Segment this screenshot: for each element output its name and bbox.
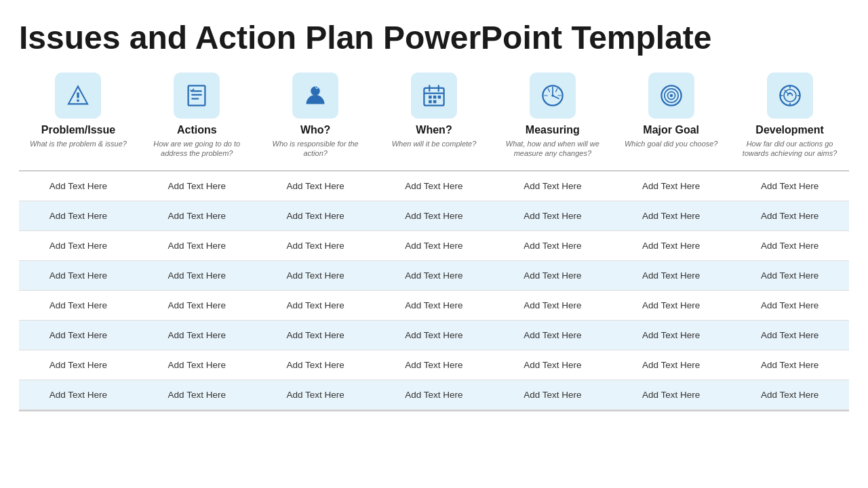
table-cell[interactable]: Add Text Here (19, 321, 138, 350)
col-header-goal: Major Goal Which goal did you choose? (612, 73, 730, 165)
table-cell[interactable]: Add Text Here (375, 321, 494, 350)
svg-point-22 (789, 92, 791, 94)
table-cell[interactable]: Add Text Here (256, 231, 375, 261)
bottom-divider (19, 410, 849, 411)
table-cell[interactable]: Add Text Here (493, 261, 612, 291)
table-cell[interactable]: Add Text Here (256, 201, 375, 231)
svg-rect-10 (433, 96, 437, 99)
table-cell[interactable]: Add Text Here (138, 231, 256, 261)
table-cell[interactable]: Add Text Here (138, 261, 256, 291)
table-cell[interactable]: Add Text Here (138, 350, 256, 380)
table-cell[interactable]: Add Text Here (612, 291, 730, 321)
svg-point-20 (780, 85, 800, 105)
table-row: Add Text HereAdd Text HereAdd Text HereA… (19, 231, 849, 261)
table-cell[interactable]: Add Text Here (138, 201, 256, 231)
svg-rect-11 (438, 96, 441, 99)
table-cell[interactable]: Add Text Here (493, 350, 612, 380)
table-cell[interactable]: Add Text Here (612, 231, 730, 261)
table-cell[interactable]: Add Text Here (612, 380, 730, 410)
table-row: Add Text HereAdd Text HereAdd Text HereA… (19, 380, 849, 410)
col-header-measuring: Measuring What, how and when will we mea… (493, 73, 612, 165)
who-icon (292, 73, 338, 119)
table-cell[interactable]: Add Text Here (138, 291, 256, 321)
table-cell[interactable]: Add Text Here (493, 380, 612, 410)
table-row: Add Text HereAdd Text HereAdd Text HereA… (19, 321, 849, 350)
table-cell[interactable]: Add Text Here (493, 171, 612, 201)
table-cell[interactable]: Add Text Here (730, 350, 849, 380)
table-cell[interactable]: Add Text Here (375, 291, 494, 321)
development-icon (767, 73, 813, 119)
table-cell[interactable]: Add Text Here (612, 321, 730, 350)
col-title-actions: Actions (177, 124, 217, 136)
svg-point-4 (311, 86, 320, 96)
col-header-problem: Problem/Issue What is the problem & issu… (19, 73, 138, 165)
table-cell[interactable]: Add Text Here (19, 171, 138, 201)
table-cell[interactable]: Add Text Here (138, 321, 256, 350)
table-cell[interactable]: Add Text Here (19, 261, 138, 291)
svg-rect-9 (429, 96, 432, 99)
table-cell[interactable]: Add Text Here (730, 291, 849, 321)
svg-rect-12 (429, 100, 432, 104)
table-cell[interactable]: Add Text Here (730, 201, 849, 231)
table-cell[interactable]: Add Text Here (612, 350, 730, 380)
data-table: Add Text HereAdd Text HereAdd Text HereA… (19, 171, 849, 410)
col-title-development: Development (755, 124, 823, 136)
table-cell[interactable]: Add Text Here (612, 171, 730, 201)
table-cell[interactable]: Add Text Here (19, 350, 138, 380)
col-title-goal: Major Goal (643, 124, 699, 136)
table-cell[interactable]: Add Text Here (493, 291, 612, 321)
table-cell[interactable]: Add Text Here (256, 291, 375, 321)
table-cell[interactable]: Add Text Here (375, 380, 494, 410)
table-cell[interactable]: Add Text Here (375, 350, 494, 380)
table-cell[interactable]: Add Text Here (730, 380, 849, 410)
col-header-when: When? When will it be complete? (375, 73, 494, 165)
col-subtitle-goal: Which goal did you choose? (625, 139, 718, 148)
table-cell[interactable]: Add Text Here (493, 201, 612, 231)
table-cell[interactable]: Add Text Here (19, 291, 138, 321)
table-cell[interactable]: Add Text Here (375, 171, 494, 201)
table-cell[interactable]: Add Text Here (256, 171, 375, 201)
table-cell[interactable]: Add Text Here (256, 321, 375, 350)
table-cell[interactable]: Add Text Here (256, 380, 375, 410)
col-subtitle-actions: How are we going to do to address the pr… (142, 139, 252, 159)
svg-point-19 (669, 94, 673, 98)
table-cell[interactable]: Add Text Here (138, 380, 256, 410)
columns-header: Problem/Issue What is the problem & issu… (19, 73, 849, 165)
table-cell[interactable]: Add Text Here (19, 380, 138, 410)
col-title-who: Who? (300, 124, 330, 136)
col-header-actions: Actions How are we going to do to addres… (138, 73, 256, 165)
table-row: Add Text HereAdd Text HereAdd Text HereA… (19, 171, 849, 201)
goal-icon (648, 73, 694, 119)
measuring-icon (530, 73, 576, 119)
table-cell[interactable]: Add Text Here (19, 201, 138, 231)
table-cell[interactable]: Add Text Here (256, 350, 375, 380)
col-subtitle-problem: What is the problem & issue? (30, 139, 127, 148)
table-row: Add Text HereAdd Text HereAdd Text HereA… (19, 261, 849, 291)
page-title: Issues and Action Plan PowerPoint Templa… (19, 20, 849, 56)
table-cell[interactable]: Add Text Here (138, 171, 256, 201)
table-cell[interactable]: Add Text Here (493, 321, 612, 350)
col-subtitle-who: Who is responsible for the action? (260, 139, 371, 159)
col-title-when: When? (416, 124, 452, 136)
table-cell[interactable]: Add Text Here (493, 231, 612, 261)
problem-icon (55, 73, 101, 119)
table-cell[interactable]: Add Text Here (375, 201, 494, 231)
table-cell[interactable]: Add Text Here (612, 261, 730, 291)
table-cell[interactable]: Add Text Here (730, 321, 849, 350)
when-icon (411, 73, 457, 119)
table-cell[interactable]: Add Text Here (730, 171, 849, 201)
table-cell[interactable]: Add Text Here (256, 261, 375, 291)
table-row: Add Text HereAdd Text HereAdd Text HereA… (19, 201, 849, 231)
table-cell[interactable]: Add Text Here (375, 231, 494, 261)
table-cell[interactable]: Add Text Here (730, 261, 849, 291)
table-cell[interactable]: Add Text Here (375, 261, 494, 291)
col-subtitle-development: How far did our actions go towards achie… (734, 139, 845, 159)
col-title-measuring: Measuring (526, 124, 580, 136)
table-cell[interactable]: Add Text Here (730, 231, 849, 261)
col-subtitle-when: When will it be complete? (392, 139, 477, 148)
svg-rect-13 (433, 100, 437, 104)
table-cell[interactable]: Add Text Here (19, 231, 138, 261)
page: Issues and Action Plan PowerPoint Templa… (0, 0, 868, 488)
col-title-problem: Problem/Issue (41, 124, 115, 136)
table-cell[interactable]: Add Text Here (612, 201, 730, 231)
